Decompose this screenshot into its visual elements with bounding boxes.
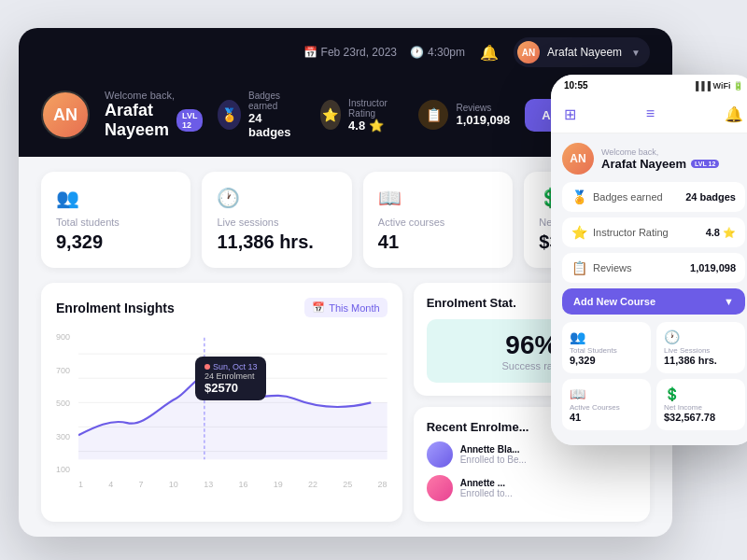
date-display: 📅 Feb 23rd, 2023 [303,46,397,59]
mobile-time: 10:55 [564,80,588,91]
courses-icon: 📖 [378,187,498,209]
recent-enrolment-info: Annette Bla... Enrolled to Be... [460,444,527,465]
avatar: AN [41,91,90,139]
mobile-card-courses: 📖 Active Courses 41 [562,379,651,430]
courses-label: Active courses [378,217,498,228]
notification-bell-icon[interactable]: 🔔 [480,44,499,62]
header-username: Arafat Nayeem [547,46,622,59]
recent-name: Annette ... [460,478,513,488]
mobile-income-icon: 💲 [664,386,738,401]
time-display: 🕐 4:30pm [410,46,465,59]
mobile-add-course-button[interactable]: Add New Course ▼ [562,288,745,315]
mobile-chevron-down-icon: ▼ [724,296,734,307]
rating-icon: ⭐ [320,100,341,130]
svg-point-6 [201,371,209,379]
students-value: 9,329 [56,231,176,253]
mobile-rating-left: ⭐ Instructor Rating [571,225,669,240]
stat-card-students: 👥 Total students 9,329 [41,172,190,268]
user-name: Arafat Nayeem LVL 12 [105,101,203,140]
mobile-badges-icon: 🏅 [571,189,587,204]
calendar-icon: 📅 [312,301,325,314]
rating-label: Instructor Rating [348,98,396,119]
recent-name: Annette Bla... [460,444,527,455]
rating-stat: ⭐ Instructor Rating 4.8 ⭐ [320,98,397,133]
reviews-stat: 📋 Reviews 1,019,098 [418,100,510,130]
mobile-courses-icon: 📖 [570,386,643,401]
mobile-bell-icon[interactable]: 🔔 [725,105,743,123]
students-label: Total students [56,217,176,228]
badges-label: Badges earned [248,91,298,111]
mobile-badges-value: 24 badges [685,191,736,203]
mobile-reviews-value: 1,019,098 [690,262,736,273]
mobile-card-income: 💲 Net Income $32,567.78 [656,379,745,430]
chart-area: 900 700 500 300 100 [56,329,388,478]
mobile-badges-left: 🏅 Badges earned [571,189,663,204]
welcome-label: Welcome back, [105,90,203,101]
badges-icon: 🏅 [218,100,241,130]
mobile-courses-label: Active Courses [570,403,643,412]
courses-value: 41 [378,231,498,253]
stat-card-courses: 📖 Active courses 41 [363,172,513,268]
reviews-label: Reviews [456,103,510,113]
mobile-signal-icon: ▐▐▐ WiFi 🔋 [693,81,743,91]
chart-x-labels: 1 4 7 10 13 16 19 22 25 28 [56,478,388,489]
mobile-card-students: 👥 Total Students 9,329 [562,322,651,373]
user-chip[interactable]: AN Arafat Nayeem ▼ [514,37,650,67]
mobile-cards-grid: 👥 Total Students 9,329 🕐 Live Sessions 1… [562,322,745,430]
avatar [427,441,453,468]
enrolment-chart: Enrolment Insights 📅 This Month 900 700 … [41,283,402,522]
students-icon: 👥 [56,187,176,209]
level-badge: LVL 12 [176,109,203,132]
mobile-reviews-stat: 📋 Reviews 1,019,098 [562,253,745,283]
mobile-header-row: AN Welcome back, Arafat Nayeem LVL 12 [562,143,745,175]
avatar: AN [517,41,540,63]
chart-y-labels: 900 700 500 300 100 [56,329,78,478]
mobile-rating-icon: ⭐ [571,225,587,240]
mobile-students-label: Total Students [570,346,643,355]
success-rate-number: 96% [505,330,557,360]
chart-title: Enrolment Insights [56,301,175,315]
mobile-rating-stat: ⭐ Instructor Rating 4.8 ⭐ [562,217,745,247]
badges-value: 24 badges [248,111,298,139]
rating-value: 4.8 ⭐ [348,119,396,133]
header-bar: 📅 Feb 23rd, 2023 🕐 4:30pm 🔔 AN Arafat Na… [19,28,672,77]
mobile-income-value: $32,567.78 [664,412,738,423]
mobile-students-value: 9,329 [570,355,643,366]
mobile-sessions-label: Live Sessions [664,346,738,355]
mobile-welcome-label: Welcome back, [601,147,719,157]
mobile-sessions-icon: 🕐 [664,329,738,344]
recent-sub: Enrolled to Be... [460,455,527,465]
mobile-status-bar: 10:55 ▐▐▐ WiFi 🔋 [551,75,747,96]
mobile-menu-icon[interactable]: ≡ [646,105,655,123]
list-item: Annette ... Enrolled to... [427,475,637,501]
welcome-block: Welcome back, Arafat Nayeem LVL 12 [105,90,203,140]
mobile-badges-stat: 🏅 Badges earned 24 badges [562,182,745,212]
mobile-sessions-value: 11,386 hrs. [664,355,738,366]
chart-svg [78,329,388,469]
chart-header: Enrolment Insights 📅 This Month [56,298,388,317]
badges-stat: 🏅 Badges earned 24 badges [218,91,298,139]
sessions-value: 11,386 hrs. [217,231,336,253]
list-item: Annette Bla... Enrolled to Be... [427,441,637,468]
mobile-reviews-left: 📋 Reviews [571,260,632,275]
mobile-courses-value: 41 [570,412,643,423]
mobile-body: AN Welcome back, Arafat Nayeem LVL 12 🏅 … [551,133,747,445]
mobile-students-icon: 👥 [570,329,643,344]
mobile-avatar: AN [562,143,594,175]
stats-row: 🏅 Badges earned 24 badges ⭐ Instructor R… [218,91,510,139]
mobile-preview: 10:55 ▐▐▐ WiFi 🔋 ⊞ ≡ 🔔 AN Welcome back, … [551,75,747,445]
chart-filter-button[interactable]: 📅 This Month [304,298,387,317]
mobile-grid-icon[interactable]: ⊞ [564,105,576,123]
mobile-rating-value: 4.8 ⭐ [706,227,736,239]
recent-sub: Enrolled to... [460,488,513,498]
reviews-value: 1,019,098 [456,113,510,127]
avatar [427,475,453,501]
mobile-income-label: Net Income [664,403,738,412]
sessions-icon: 🕐 [217,187,336,209]
mobile-welcome-block: Welcome back, Arafat Nayeem LVL 12 [601,147,719,171]
sessions-label: Live sessions [217,217,336,228]
mobile-reviews-icon: 📋 [571,260,587,275]
recent-enrolment-info: Annette ... Enrolled to... [460,478,513,498]
mobile-nav: ⊞ ≡ 🔔 [551,96,747,133]
stat-card-sessions: 🕐 Live sessions 11,386 hrs. [202,172,351,268]
